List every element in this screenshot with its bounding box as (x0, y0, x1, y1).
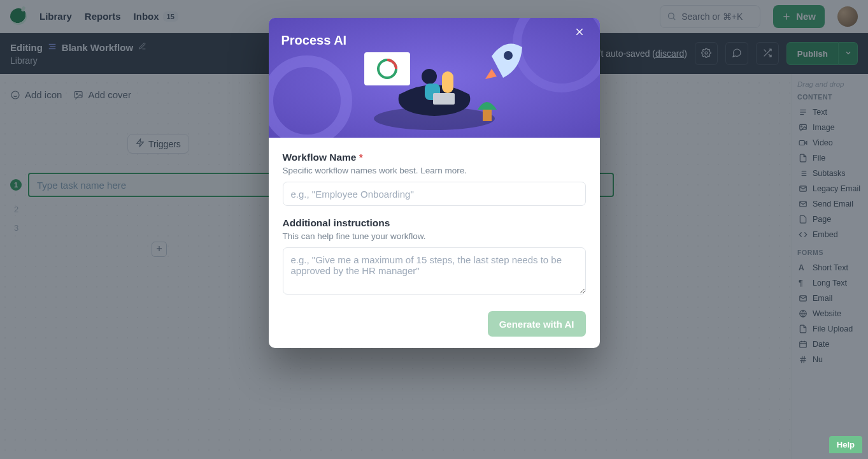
svg-point-49 (422, 69, 437, 84)
process-ai-modal: Process AI Workflow Name * Specific work… (269, 18, 600, 348)
generate-button[interactable]: Generate with AI (488, 311, 586, 337)
modal-overlay[interactable]: Process AI Workflow Name * Specific work… (0, 0, 868, 459)
modal-hero: Process AI (269, 18, 600, 138)
svg-rect-56 (483, 110, 492, 121)
additional-instructions-label: Additional instructions (283, 217, 586, 229)
svg-rect-53 (364, 52, 410, 85)
additional-instructions-input[interactable] (283, 247, 586, 295)
workflow-name-label: Workflow Name * (283, 152, 586, 163)
close-button[interactable] (574, 27, 590, 42)
help-button[interactable]: Help (829, 436, 862, 453)
svg-rect-52 (442, 71, 453, 93)
svg-point-55 (504, 51, 513, 60)
workflow-name-input[interactable] (283, 182, 586, 206)
svg-rect-51 (433, 93, 455, 105)
workflow-name-hint: Specific workflow names work best. Learn… (283, 166, 586, 175)
modal-title: Process AI (269, 18, 600, 48)
additional-instructions-hint: This can help fine tune your workflow. (283, 231, 586, 241)
